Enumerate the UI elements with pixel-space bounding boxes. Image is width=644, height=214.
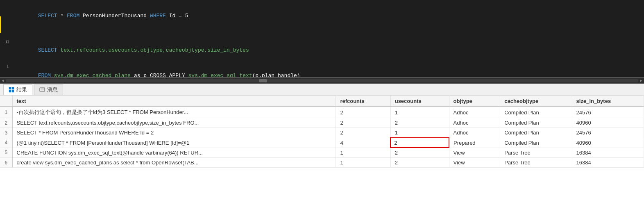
results-area: 结果 消息 text refcounts usecounts objtype	[0, 84, 644, 214]
sql-table-4: sys.dm_exec_cached_plans	[54, 73, 131, 78]
sql-alias-4: as p	[131, 73, 150, 78]
cell-cacheobjtype-4: Compiled Plan	[500, 138, 572, 148]
sql-line-blank	[0, 29, 644, 38]
tab-messages[interactable]: 消息	[34, 84, 63, 95]
tab-results[interactable]: 结果	[3, 84, 32, 95]
col-header-objtype: objtype	[449, 96, 500, 107]
table-row: 4(@1 tinyint)SELECT * FROM [PersonHunder…	[0, 138, 644, 148]
svg-rect-3	[12, 90, 14, 92]
sql-content-4: FROM sys.dm_exec_cached_plans as p CROSS…	[18, 64, 644, 78]
sql-text-1: *	[57, 13, 67, 19]
sql-text-2: PersonHunderThousand	[79, 13, 150, 19]
svg-rect-4	[40, 88, 45, 91]
cell-rownum-5: 5	[0, 148, 12, 158]
cell-objtype-2: Adhoc	[449, 118, 500, 128]
line-gutter-4: └	[0, 64, 12, 72]
sql-content-3: SELECT text,refcounts,usecounts,objtype,…	[18, 38, 644, 63]
cell-size-in-bytes-5: 16384	[572, 148, 644, 158]
col-header-refcounts: refcounts	[336, 96, 390, 107]
line-gutter-3: ⊟	[0, 38, 12, 46]
cell-usecounts-1: 1	[390, 107, 449, 118]
cell-rownum-6: 6	[0, 158, 12, 168]
cell-objtype-1: Adhoc	[449, 107, 500, 118]
cell-size-in-bytes-1: 24576	[572, 107, 644, 118]
sql-line-1: SELECT * FROM PersonHunderThousand WHERE…	[0, 3, 644, 29]
cell-usecounts-6: 2	[390, 158, 449, 168]
col-header-cacheobjtype: cacheobjtype	[500, 96, 572, 107]
svg-rect-1	[12, 87, 14, 89]
cell-text-1: -再次执行这个语句，但是换了个ld为3 SELECT * FROM Person…	[12, 107, 336, 118]
cell-cacheobjtype-6: Parse Tree	[500, 158, 572, 168]
sql-content-blank	[18, 29, 644, 37]
sql-space-4	[51, 73, 54, 78]
sql-params-4: (p.plan_handle)	[252, 73, 300, 78]
cell-text-6: create view sys.dm_exec_cached_plans as …	[12, 158, 336, 168]
sql-text-3: Id = 5	[166, 13, 188, 19]
table-body: 1-再次执行这个语句，但是换了个ld为3 SELECT * FROM Perso…	[0, 107, 644, 168]
cell-size-in-bytes-4: 40960	[572, 138, 644, 148]
cell-objtype-3: Adhoc	[449, 128, 500, 138]
horizontal-scrollbar[interactable]: ◄ ►	[0, 78, 644, 84]
cell-objtype-6: View	[449, 158, 500, 168]
cell-cacheobjtype-2: Compiled Plan	[500, 118, 572, 128]
table-row: 6create view sys.dm_exec_cached_plans as…	[0, 158, 644, 168]
cell-text-2: SELECT text,refcounts,usecounts,objtype,…	[12, 118, 336, 128]
sql-space-5	[185, 73, 188, 78]
cell-usecounts-4: 2	[390, 138, 449, 148]
svg-rect-0	[9, 87, 11, 89]
tab-messages-label: 消息	[47, 86, 58, 93]
sql-columns: text,refcounts,usecounts,objtype,cacheob…	[57, 47, 249, 53]
keyword-select-1: SELECT	[38, 13, 57, 19]
cell-cacheobjtype-5: Parse Tree	[500, 148, 572, 158]
keyword-from-1: FROM	[67, 13, 79, 19]
cell-rownum-3: 3	[0, 128, 12, 138]
cell-usecounts-3: 1	[390, 128, 449, 138]
cell-refcounts-4: 4	[336, 138, 390, 148]
col-header-usecounts: usecounts	[390, 96, 449, 107]
sql-editor[interactable]: SELECT * FROM PersonHunderThousand WHERE…	[0, 0, 644, 78]
keyword-cross: CROSS APPLY	[150, 73, 185, 78]
sql-content-1: SELECT * FROM PersonHunderThousand WHERE…	[18, 4, 644, 28]
col-header-text: text	[12, 96, 336, 107]
svg-rect-2	[9, 90, 11, 92]
scroll-left-arrow[interactable]: ◄	[2, 79, 4, 83]
scroll-thumb[interactable]	[259, 79, 267, 82]
keyword-from-4: FROM	[38, 73, 51, 78]
cell-text-4: (@1 tinyint)SELECT * FROM [PersonHunderT…	[12, 138, 336, 148]
cell-refcounts-6: 1	[336, 158, 390, 168]
cell-usecounts-5: 2	[390, 148, 449, 158]
cell-refcounts-1: 2	[336, 107, 390, 118]
yellow-bar	[0, 16, 1, 33]
scroll-track[interactable]	[6, 79, 638, 82]
cell-objtype-5: View	[449, 148, 500, 158]
col-header-rownum	[0, 96, 12, 107]
table-row: 1-再次执行这个语句，但是换了个ld为3 SELECT * FROM Perso…	[0, 107, 644, 118]
table-row: 2SELECT text,refcounts,usecounts,objtype…	[0, 118, 644, 128]
cell-refcounts-5: 1	[336, 148, 390, 158]
tabs-bar: 结果 消息	[0, 84, 644, 96]
results-table: text refcounts usecounts objtype cacheob…	[0, 96, 644, 168]
keyword-select-3: SELECT	[38, 47, 57, 53]
sql-func-4: sys.dm_exec_sql_text	[188, 73, 252, 78]
grid-icon	[9, 87, 14, 93]
col-header-size-in-bytes: size_in_bytes	[572, 96, 644, 107]
cell-usecounts-2: 2	[390, 118, 449, 128]
sql-line-4: └ FROM sys.dm_exec_cached_plans as p CRO…	[0, 63, 644, 78]
cell-rownum-2: 2	[0, 118, 12, 128]
cell-size-in-bytes-3: 24576	[572, 128, 644, 138]
message-icon	[39, 87, 45, 93]
cell-text-5: CREATE FUNCTION sys.dm_exec_sql_text(@ha…	[12, 148, 336, 158]
cell-size-in-bytes-2: 40960	[572, 118, 644, 128]
cell-size-in-bytes-6: 16384	[572, 158, 644, 168]
tab-results-label: 结果	[16, 86, 27, 93]
cell-objtype-4: Prepared	[449, 138, 500, 148]
keyword-where-1: WHERE	[150, 13, 166, 19]
results-table-container[interactable]: text refcounts usecounts objtype cacheob…	[0, 96, 644, 214]
cell-refcounts-3: 2	[336, 128, 390, 138]
cell-text-3: SELECT * FROM PersonHunderThousand WHERE…	[12, 128, 336, 138]
cell-cacheobjtype-3: Compiled Plan	[500, 128, 572, 138]
cell-cacheobjtype-1: Compiled Plan	[500, 107, 572, 118]
table-row: 3SELECT * FROM PersonHunderThousand WHER…	[0, 128, 644, 138]
scroll-right-arrow[interactable]: ►	[640, 79, 642, 83]
cell-rownum-1: 1	[0, 107, 12, 118]
